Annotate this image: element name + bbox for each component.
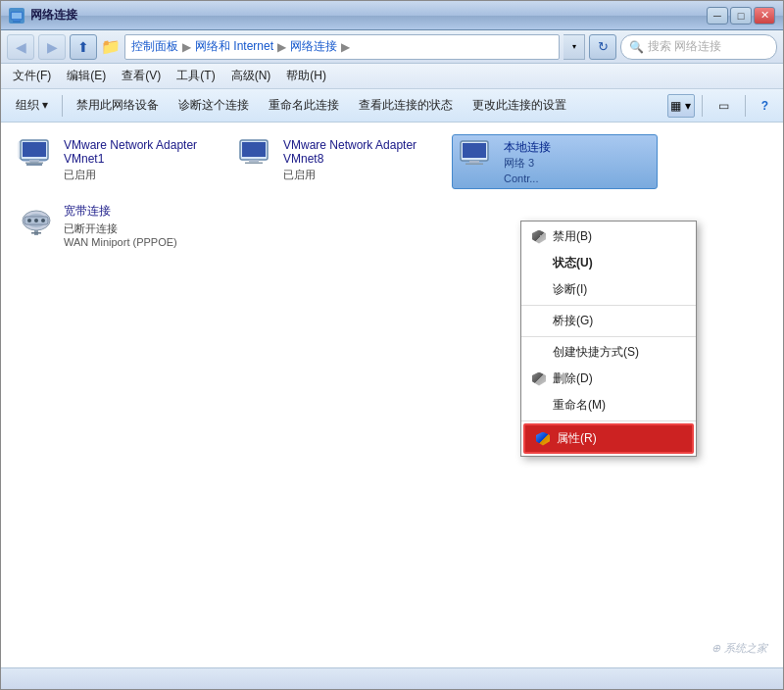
- help-button[interactable]: ?: [753, 92, 777, 120]
- disable-button[interactable]: 禁用此网络设备: [68, 92, 168, 120]
- menu-file[interactable]: 文件(F): [5, 65, 59, 87]
- breadcrumb-network-internet[interactable]: 网络和 Internet: [195, 38, 273, 55]
- preview-pane-button[interactable]: ▭: [710, 92, 738, 120]
- ctx-sep-3: [521, 420, 696, 421]
- svg-rect-3: [13, 21, 21, 22]
- local-info: 本地连接 网络 3 Contr...: [504, 139, 551, 184]
- toolbar-separator-3: [745, 95, 746, 117]
- ctx-diagnose-icon: [531, 282, 547, 298]
- ctx-disable-label: 禁用(B): [553, 228, 592, 245]
- watermark-text: 系统之家: [724, 641, 767, 656]
- ctx-rename[interactable]: 重命名(M): [521, 392, 696, 419]
- svg-rect-19: [469, 161, 479, 164]
- broadband-icon: [17, 203, 56, 238]
- svg-rect-11: [29, 160, 39, 163]
- ctx-properties-label: 属性(R): [557, 430, 597, 447]
- menu-help[interactable]: 帮助(H): [278, 65, 334, 87]
- vmnet1-name: VMware Network Adapter VMnet1: [64, 138, 205, 166]
- view-status-button[interactable]: 查看此连接的状态: [350, 92, 462, 120]
- window-icon: [9, 8, 24, 24]
- menu-view[interactable]: 查看(V): [114, 65, 169, 87]
- forward-button[interactable]: ▶: [38, 34, 66, 60]
- svg-rect-14: [242, 142, 266, 157]
- svg-rect-1: [12, 13, 22, 19]
- svg-rect-16: [245, 163, 263, 165]
- ctx-sep-2: [521, 336, 696, 337]
- diagnose-button[interactable]: 诊断这个连接: [170, 92, 258, 120]
- broadband-info: 宽带连接 已断开连接 WAN Miniport (PPPOE): [64, 203, 177, 248]
- menu-tools[interactable]: 工具(T): [169, 65, 222, 87]
- shield-properties-icon: [535, 431, 551, 447]
- ctx-diagnose[interactable]: 诊断(I): [521, 276, 696, 303]
- vmnet8-status: 已启用: [283, 168, 424, 182]
- ctx-diagnose-label: 诊断(I): [553, 281, 587, 298]
- search-placeholder: 搜索 网络连接: [648, 38, 721, 55]
- ctx-bridge-label: 桥接(G): [553, 313, 593, 329]
- local-status: Contr...: [504, 172, 551, 184]
- svg-rect-2: [14, 20, 20, 22]
- refresh-button[interactable]: ↻: [589, 34, 616, 60]
- svg-rect-28: [31, 232, 41, 234]
- vmnet8-info: VMware Network Adapter VMnet8 已启用: [283, 138, 424, 182]
- window: 网络连接 ─ □ ✕ ◀ ▶ ⬆ 📁 控制面板 ▶ 网络和 Internet ▶…: [0, 0, 784, 690]
- ctx-rename-label: 重命名(M): [553, 397, 606, 414]
- vmnet1-info: VMware Network Adapter VMnet1 已启用: [64, 138, 205, 182]
- menu-bar: 文件(F) 编辑(E) 查看(V) 工具(T) 高级(N) 帮助(H): [1, 64, 783, 89]
- svg-rect-18: [463, 143, 486, 158]
- adapter-vmnet1[interactable]: VMware Network Adapter VMnet1 已启用: [13, 134, 209, 186]
- status-bar: [1, 667, 783, 689]
- ctx-shortcut[interactable]: 创建快捷方式(S): [521, 339, 696, 366]
- svg-rect-10: [23, 142, 46, 157]
- view-toggle-button[interactable]: ▦ ▾: [667, 94, 695, 118]
- menu-advanced[interactable]: 高级(N): [223, 65, 279, 87]
- minimize-button[interactable]: ─: [707, 7, 728, 25]
- up-button[interactable]: ⬆: [70, 34, 97, 60]
- local-icon: [457, 139, 496, 174]
- address-dropdown[interactable]: ▾: [564, 34, 585, 60]
- ctx-delete-icon: [531, 371, 547, 387]
- organize-button[interactable]: 组织 ▾: [7, 92, 57, 120]
- address-bar: ◀ ▶ ⬆ 📁 控制面板 ▶ 网络和 Internet ▶ 网络连接 ▶ ▾ ↻…: [1, 30, 783, 64]
- ctx-delete-label: 删除(D): [553, 370, 593, 387]
- watermark-icon: ⊕: [711, 642, 720, 655]
- ctx-sep-1: [521, 305, 696, 306]
- toolbar-right: ▦ ▾ ▭ ?: [667, 92, 777, 120]
- folder-icon: 📁: [101, 37, 121, 56]
- svg-rect-12: [25, 163, 43, 165]
- adapter-vmnet8[interactable]: VMware Network Adapter VMnet8 已启用: [232, 134, 428, 186]
- search-icon: 🔍: [629, 40, 644, 54]
- address-path[interactable]: 控制面板 ▶ 网络和 Internet ▶ 网络连接 ▶: [124, 34, 560, 60]
- vmnet1-icon: [17, 138, 56, 173]
- svg-point-25: [34, 219, 38, 222]
- title-bar: 网络连接 ─ □ ✕: [1, 1, 783, 30]
- breadcrumb-network-connections[interactable]: 网络连接: [290, 38, 337, 55]
- menu-edit[interactable]: 编辑(E): [59, 65, 114, 87]
- vmnet1-status: 已启用: [64, 168, 205, 182]
- ctx-shortcut-icon: [531, 345, 547, 361]
- svg-rect-20: [466, 164, 483, 166]
- toolbar-separator-1: [62, 95, 63, 117]
- search-bar[interactable]: 🔍 搜索 网络连接: [620, 34, 777, 60]
- rename-button[interactable]: 重命名此连接: [260, 92, 348, 120]
- vmnet8-icon: [236, 138, 275, 173]
- toolbar: 组织 ▾ 禁用此网络设备 诊断这个连接 重命名此连接 查看此连接的状态 更改此连…: [1, 89, 783, 123]
- ctx-properties[interactable]: 属性(R): [523, 423, 694, 454]
- ctx-delete[interactable]: 删除(D): [521, 366, 696, 392]
- local-name: 本地连接: [504, 139, 551, 156]
- svg-point-24: [27, 219, 31, 222]
- back-button[interactable]: ◀: [7, 34, 34, 60]
- local-sub: 网络 3: [504, 156, 551, 171]
- change-settings-button[interactable]: 更改此连接的设置: [464, 92, 575, 120]
- context-menu: 禁用(B) 状态(U) 诊断(I) 桥接(G) 创建快捷方式(S): [520, 221, 697, 457]
- ctx-bridge[interactable]: 桥接(G): [521, 308, 696, 334]
- broadband-name: 宽带连接: [64, 203, 177, 220]
- ctx-status[interactable]: 状态(U): [521, 250, 696, 276]
- ctx-disable[interactable]: 禁用(B): [521, 223, 696, 250]
- title-bar-controls: ─ □ ✕: [707, 7, 775, 25]
- close-button[interactable]: ✕: [754, 7, 775, 25]
- adapters-row-1: VMware Network Adapter VMnet1 已启用: [13, 134, 771, 189]
- adapter-broadband[interactable]: 宽带连接 已断开连接 WAN Miniport (PPPOE): [13, 199, 209, 252]
- maximize-button[interactable]: □: [730, 7, 752, 25]
- adapter-local[interactable]: 本地连接 网络 3 Contr...: [452, 134, 658, 189]
- breadcrumb-control-panel[interactable]: 控制面板: [131, 38, 178, 55]
